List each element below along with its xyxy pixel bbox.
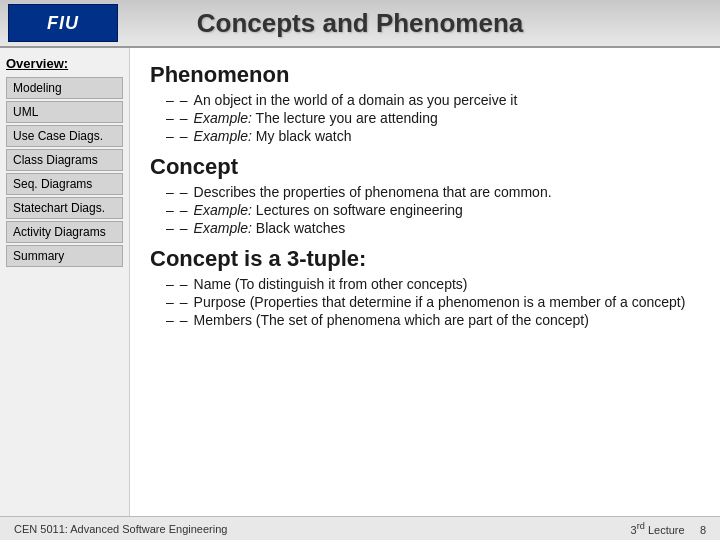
concept3tuple-list: – Name (To distinguish it from other con… [150,276,700,328]
bullet-dash: – [180,276,188,292]
list-item: – Example: The lecture you are attending [166,110,700,126]
phenomenon-bullet-1: An object in the world of a domain as yo… [194,92,518,108]
bullet-dash: – [180,312,188,328]
list-item: – Example: Black watches [166,220,700,236]
content-area: Phenomenon – An object in the world of a… [130,48,720,516]
list-item: – An object in the world of a domain as … [166,92,700,108]
footer-right: 3rd Lecture 8 [631,521,706,536]
list-item: – Members (The set of phenomena which ar… [166,312,700,328]
bullet-dash: – [180,202,188,218]
concept-list: – Describes the properties of phenomena … [150,184,700,236]
concept-bullet-1: Describes the properties of phenomena th… [194,184,552,200]
concept-title: Concept [150,154,700,180]
footer-course: CEN 5011: Advanced Software Engineering [14,523,227,535]
concept3tuple-title: Concept is a 3-tuple: [150,246,700,272]
logo-area: FIU [8,4,118,42]
concept-bullet-2: Example: Lectures on software engineerin… [194,202,463,218]
list-item: – Name (To distinguish it from other con… [166,276,700,292]
sidebar-item-seq-diagrams[interactable]: Seq. Diagrams [6,173,123,195]
tuple-bullet-2: Purpose (Properties that determine if a … [194,294,686,310]
sidebar-item-class-diagrams[interactable]: Class Diagrams [6,149,123,171]
page-title: Concepts and Phenomena [197,8,524,39]
sidebar-item-statechart-diags[interactable]: Statechart Diags. [6,197,123,219]
bullet-dash: – [180,110,188,126]
sidebar-overview-label: Overview: [6,56,123,71]
list-item: – Purpose (Properties that determine if … [166,294,700,310]
sidebar-item-use-case-diags[interactable]: Use Case Diags. [6,125,123,147]
sidebar-item-activity-diagrams[interactable]: Activity Diagrams [6,221,123,243]
bullet-dash: – [180,92,188,108]
bullet-dash: – [180,294,188,310]
phenomenon-list: – An object in the world of a domain as … [150,92,700,144]
concept-bullet-3: Example: Black watches [194,220,346,236]
page-header: FIU Concepts and Phenomena [0,0,720,48]
list-item: – Example: Lectures on software engineer… [166,202,700,218]
footer-page: 8 [700,524,706,536]
sidebar-item-summary[interactable]: Summary [6,245,123,267]
bullet-dash: – [180,128,188,144]
phenomenon-bullet-3: Example: My black watch [194,128,352,144]
phenomenon-bullet-2: Example: The lecture you are attending [194,110,438,126]
bullet-dash: – [180,184,188,200]
sidebar-item-modeling[interactable]: Modeling [6,77,123,99]
page-footer: CEN 5011: Advanced Software Engineering … [0,516,720,540]
phenomenon-title: Phenomenon [150,62,700,88]
footer-lecture: 3rd Lecture [631,524,685,536]
tuple-bullet-3: Members (The set of phenomena which are … [194,312,589,328]
tuple-bullet-1: Name (To distinguish it from other conce… [194,276,468,292]
list-item: – Example: My black watch [166,128,700,144]
fiu-logo: FIU [8,4,118,42]
list-item: – Describes the properties of phenomena … [166,184,700,200]
main-layout: Overview: Modeling UML Use Case Diags. C… [0,48,720,516]
bullet-dash: – [180,220,188,236]
sidebar-item-uml[interactable]: UML [6,101,123,123]
sidebar: Overview: Modeling UML Use Case Diags. C… [0,48,130,516]
